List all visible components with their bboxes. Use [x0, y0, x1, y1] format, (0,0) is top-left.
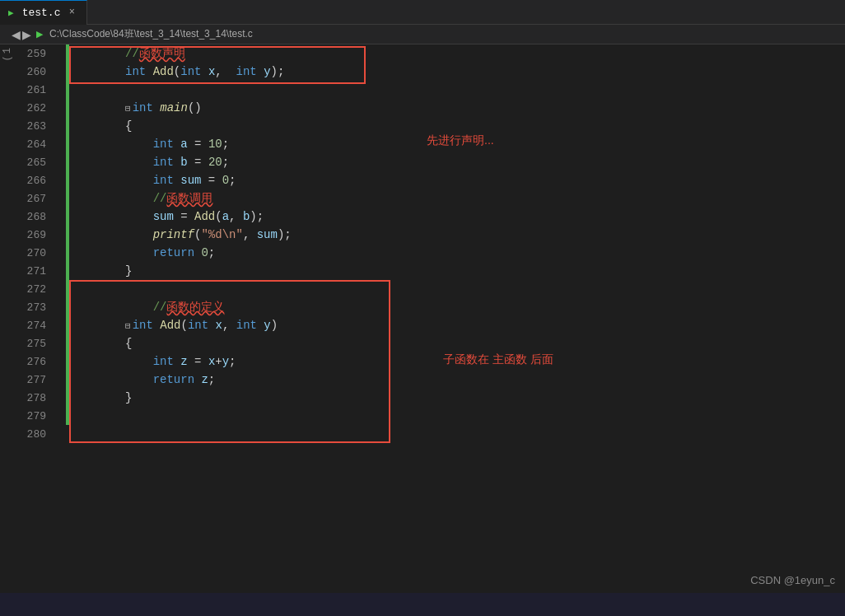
- breadcrumb-bar: ◀ ▶ ▶ C:\ClassCode\84班\test_3_14\test_3_…: [0, 25, 845, 44]
- green-bar-2: [66, 99, 69, 280]
- line-num-274: 274: [15, 320, 56, 332]
- left-bracket: (1: [2, 46, 13, 61]
- tab-label: test.c: [22, 7, 61, 19]
- line-num-269: 269: [15, 229, 56, 241]
- line-num-264: 264: [15, 138, 56, 151]
- line-num-265: 265: [15, 156, 56, 169]
- watermark: CSDN @1eyun_c: [750, 574, 835, 586]
- line-num-271: 271: [15, 265, 56, 278]
- code-container: 先进行声明... 子函数在 主函数 后面 259 //函数声明 260 int …: [15, 44, 845, 443]
- main-area: (1 先进行声明... 子函数在 主函数 后面 259 //函数声明: [0, 44, 845, 593]
- line-num-262: 262: [15, 102, 56, 114]
- line-num-263: 263: [15, 120, 56, 133]
- line-num-261: 261: [15, 84, 56, 96]
- line-280: 280: [15, 425, 845, 443]
- line-262: 262 ⊟int main(): [15, 99, 845, 117]
- nav-arrows: ◀ ▶: [12, 28, 31, 41]
- annotation-second: 子函数在 主函数 后面: [443, 352, 553, 367]
- line-277: 277 return z;: [15, 371, 845, 389]
- line-num-273: 273: [15, 301, 56, 314]
- tab-bar: ▶ test.c ×: [0, 0, 845, 25]
- breadcrumb-path: C:\ClassCode\84班\test_3_14\test_3_14\tes…: [49, 27, 253, 41]
- line-274: 274 ⊟int Add(int x, int y): [15, 316, 845, 334]
- tab-test-c[interactable]: ▶ test.c ×: [0, 0, 87, 25]
- nav-left-icon[interactable]: ◀: [12, 28, 21, 41]
- annotation-first: 先进行声明...: [427, 133, 494, 148]
- line-270: 270 return 0;: [15, 244, 845, 262]
- line-num-277: 277: [15, 374, 56, 386]
- line-num-268: 268: [15, 211, 56, 223]
- green-bar-1: [66, 44, 69, 99]
- line-num-276: 276: [15, 356, 56, 368]
- line-260: 260 int Add(int x, int y);: [15, 63, 845, 81]
- line-num-280: 280: [15, 428, 56, 441]
- line-num-278: 278: [15, 392, 56, 404]
- line-num-275: 275: [15, 338, 56, 350]
- code-area: 先进行声明... 子函数在 主函数 后面 259 //函数声明 260 int …: [15, 44, 845, 593]
- line-num-272: 272: [15, 283, 56, 296]
- tab-close-button[interactable]: ×: [65, 6, 78, 19]
- file-icon: ▶: [8, 7, 14, 18]
- line-271: 271 }: [15, 262, 845, 280]
- nav-right-icon[interactable]: ▶: [22, 28, 31, 41]
- line-num-270: 270: [15, 247, 56, 259]
- line-num-279: 279: [15, 410, 56, 422]
- line-279: 279: [15, 407, 845, 425]
- line-num-260: 260: [15, 66, 56, 78]
- line-num-267: 267: [15, 193, 56, 205]
- green-bar-3: [66, 280, 69, 425]
- line-content-280: [56, 427, 63, 441]
- breadcrumb-file-icon: ▶: [36, 29, 43, 40]
- line-content-279: [56, 409, 63, 422]
- line-num-266: 266: [15, 175, 56, 187]
- line-278: 278 }: [15, 389, 845, 407]
- line-num-259: 259: [15, 48, 56, 60]
